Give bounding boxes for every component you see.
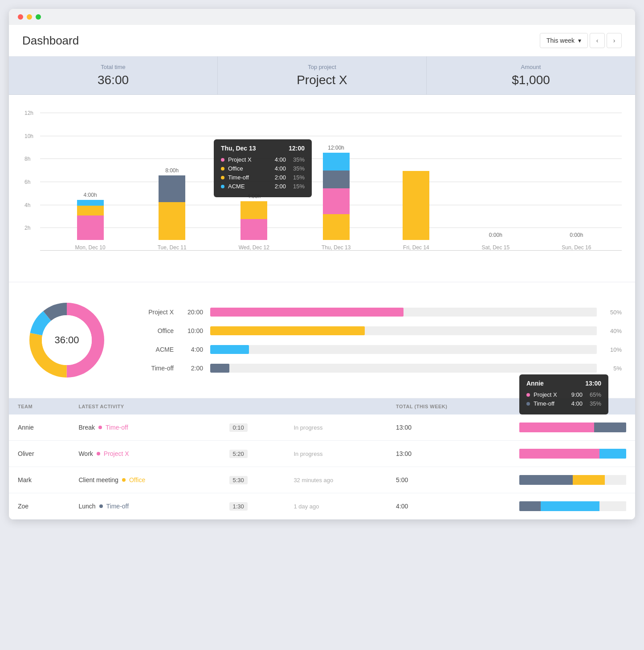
project-bar-fill: [210, 345, 249, 354]
bar-day-label: Tue, Dec 11: [158, 244, 187, 251]
activity-duration: 1:30: [220, 493, 285, 520]
tooltip-name: Time-off: [534, 400, 564, 407]
activity-duration: 5:30: [220, 467, 285, 493]
bar-segment: [323, 171, 350, 188]
stats-bar: Total time 36:00 Top project Project X A…: [9, 57, 635, 95]
team-member-name: Oliver: [9, 441, 69, 467]
bar-stack[interactable]: [323, 153, 350, 240]
bar-stack[interactable]: [159, 175, 185, 240]
project-bar-track: [210, 364, 597, 373]
minimize-button[interactable]: [27, 14, 32, 20]
team-activity: Client meeting Office: [69, 467, 220, 493]
bar-segment: [323, 214, 350, 240]
bars-container: 4:00hMon, Dec 108:00hTue, Dec 114:00hWed…: [45, 113, 622, 251]
activity-type: Client meeting: [78, 476, 118, 483]
activity-row: Break Time-off: [78, 424, 211, 431]
activity-project: Office: [129, 476, 145, 483]
close-button[interactable]: [18, 14, 23, 20]
project-bar-row: Time-off 2:00 5%: [138, 364, 622, 373]
team-bar-cell: [510, 467, 635, 493]
bar-group: Fri, Dec 14: [403, 169, 429, 251]
project-bar-row: Project X 20:00 50%: [138, 308, 622, 317]
total-time-label: Total time: [20, 64, 207, 70]
total-time-value: 36:00: [20, 73, 207, 87]
activity-status: In progress: [285, 414, 387, 441]
activity-row: Lunch Time-off: [78, 503, 211, 510]
amount-stat: Amount $1,000: [427, 57, 635, 94]
team-bar-segment: [573, 475, 605, 485]
status-text: 32 minutes ago: [293, 477, 333, 483]
bar-total-label: 4:00h: [84, 192, 97, 198]
duration-badge: 1:30: [229, 502, 248, 511]
tooltip-dot: [526, 393, 530, 397]
activity-status: 1 day ago: [285, 493, 387, 520]
title-bar: [9, 9, 635, 25]
bar-group: 4:00hMon, Dec 10: [75, 192, 106, 251]
bar-group: 8:00hTue, Dec 11: [158, 167, 187, 251]
team-bar-track: [519, 475, 626, 485]
team-member-name: Annie: [9, 414, 69, 441]
project-bar-row: Office 10:00 40%: [138, 326, 622, 335]
bar-group: 0:00hSun, Dec 16: [562, 232, 591, 251]
activity-dot: [97, 452, 100, 455]
y-axis-label: 10h: [24, 133, 33, 139]
bar-stack[interactable]: [403, 171, 429, 240]
table-row: Zoe Lunch Time-off 1:30 1 day ago 4:00: [9, 493, 635, 520]
status-text: 1 day ago: [293, 503, 319, 510]
team-table-body: Annie Break Time-off 0:10 In progress 13…: [9, 414, 635, 520]
tooltip-header: Annie 13:00: [526, 380, 601, 387]
week-label: This week: [546, 37, 575, 44]
amount-label: Amount: [437, 64, 624, 70]
bar-day-label: Thu, Dec 13: [322, 244, 351, 251]
bar-total-label: 12:00h: [328, 145, 344, 151]
duration-badge: 5:30: [229, 476, 248, 484]
activity-status: In progress: [285, 441, 387, 467]
team-bar-segment: [519, 422, 594, 432]
activity-dot: [99, 504, 103, 508]
chevron-down-icon: ▾: [578, 37, 581, 44]
bar-day-label: Fri, Dec 14: [403, 244, 429, 251]
team-member-name: Mark: [9, 467, 69, 493]
bar-segment: [240, 219, 267, 240]
activity-project: Time-off: [106, 503, 129, 510]
project-bar-pct: 40%: [604, 328, 622, 334]
bar-day-label: Mon, Dec 10: [75, 244, 106, 251]
activity-dot: [122, 478, 126, 482]
activity-project: Project X: [104, 450, 129, 457]
tooltip-total: 13:00: [585, 380, 601, 387]
tooltip-time: 9:00: [571, 391, 583, 398]
activity-type: Break: [78, 424, 95, 431]
tooltip-pct: 35%: [590, 400, 601, 407]
activity-dot: [98, 426, 102, 429]
team-bar-track: [519, 422, 626, 432]
team-bar-segment: [519, 501, 541, 511]
tooltip-row: Project X 9:00 65%: [526, 391, 601, 398]
bar-segment: [77, 200, 104, 206]
week-controls: This week ▾ ‹ ›: [540, 33, 622, 48]
bar-segment: [77, 206, 104, 215]
status-text: In progress: [293, 424, 322, 431]
y-axis-label: 4h: [24, 202, 30, 208]
maximize-button[interactable]: [36, 14, 41, 20]
bar-chart-section: 2h4h6h8h10h12h 4:00hMon, Dec 108:00hTue,…: [9, 95, 635, 282]
project-bar-fill: [210, 364, 229, 373]
bar-total-label: 0:00h: [570, 232, 583, 238]
project-bar-time: 10:00: [181, 327, 203, 334]
bar-day-label: Wed, Dec 12: [239, 244, 269, 251]
team-bar-segment: [519, 475, 573, 485]
bar-stack[interactable]: [240, 201, 267, 240]
bar-segment: [159, 202, 185, 240]
week-selector[interactable]: This week ▾: [540, 33, 588, 48]
tooltip-pct: 65%: [590, 391, 601, 398]
activity-row: Client meeting Office: [78, 476, 211, 483]
bar-segment: [323, 153, 350, 171]
prev-week-button[interactable]: ‹: [590, 33, 605, 48]
project-bar-pct: 10%: [604, 346, 622, 353]
bar-total-label: 8:00h: [165, 167, 179, 174]
team-table: Team Latest Activity Total (This Week) A…: [9, 398, 635, 520]
next-week-button[interactable]: ›: [607, 33, 622, 48]
project-bar-track: [210, 345, 597, 354]
team-bar-cell: Annie 13:00 Project X 9:00 65% Time-off …: [510, 414, 635, 441]
bar-stack[interactable]: [77, 200, 104, 240]
team-activity: Lunch Time-off: [69, 493, 220, 520]
